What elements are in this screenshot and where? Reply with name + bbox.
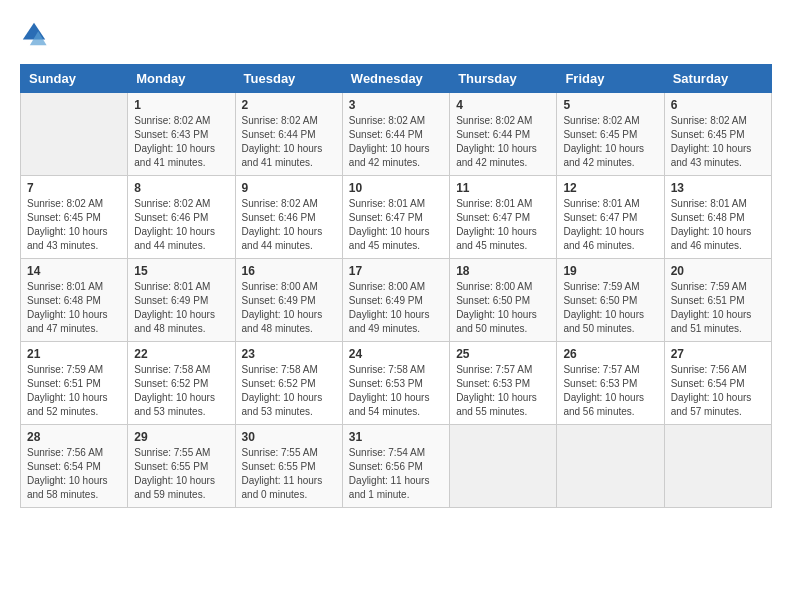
day-number: 2 — [242, 98, 336, 112]
day-number: 3 — [349, 98, 443, 112]
calendar-cell: 27Sunrise: 7:56 AM Sunset: 6:54 PM Dayli… — [664, 342, 771, 425]
header-friday: Friday — [557, 65, 664, 93]
day-number: 22 — [134, 347, 228, 361]
calendar-cell: 3Sunrise: 8:02 AM Sunset: 6:44 PM Daylig… — [342, 93, 449, 176]
calendar-cell: 28Sunrise: 7:56 AM Sunset: 6:54 PM Dayli… — [21, 425, 128, 508]
day-info: Sunrise: 7:58 AM Sunset: 6:52 PM Dayligh… — [134, 363, 228, 419]
day-info: Sunrise: 7:56 AM Sunset: 6:54 PM Dayligh… — [27, 446, 121, 502]
day-number: 14 — [27, 264, 121, 278]
day-number: 30 — [242, 430, 336, 444]
calendar-cell: 13Sunrise: 8:01 AM Sunset: 6:48 PM Dayli… — [664, 176, 771, 259]
header-wednesday: Wednesday — [342, 65, 449, 93]
day-number: 16 — [242, 264, 336, 278]
day-number: 7 — [27, 181, 121, 195]
header-saturday: Saturday — [664, 65, 771, 93]
calendar-cell — [21, 93, 128, 176]
day-number: 28 — [27, 430, 121, 444]
day-number: 12 — [563, 181, 657, 195]
day-info: Sunrise: 8:01 AM Sunset: 6:48 PM Dayligh… — [671, 197, 765, 253]
day-number: 27 — [671, 347, 765, 361]
day-info: Sunrise: 7:59 AM Sunset: 6:51 PM Dayligh… — [27, 363, 121, 419]
calendar-cell: 5Sunrise: 8:02 AM Sunset: 6:45 PM Daylig… — [557, 93, 664, 176]
day-info: Sunrise: 7:55 AM Sunset: 6:55 PM Dayligh… — [134, 446, 228, 502]
day-info: Sunrise: 8:00 AM Sunset: 6:49 PM Dayligh… — [242, 280, 336, 336]
calendar-cell: 8Sunrise: 8:02 AM Sunset: 6:46 PM Daylig… — [128, 176, 235, 259]
logo — [20, 20, 52, 48]
day-number: 9 — [242, 181, 336, 195]
day-info: Sunrise: 8:01 AM Sunset: 6:49 PM Dayligh… — [134, 280, 228, 336]
day-info: Sunrise: 8:01 AM Sunset: 6:47 PM Dayligh… — [349, 197, 443, 253]
calendar-week-row: 7Sunrise: 8:02 AM Sunset: 6:45 PM Daylig… — [21, 176, 772, 259]
day-number: 19 — [563, 264, 657, 278]
day-number: 25 — [456, 347, 550, 361]
day-info: Sunrise: 7:57 AM Sunset: 6:53 PM Dayligh… — [456, 363, 550, 419]
header-thursday: Thursday — [450, 65, 557, 93]
day-number: 1 — [134, 98, 228, 112]
calendar-cell — [664, 425, 771, 508]
day-number: 6 — [671, 98, 765, 112]
calendar-cell: 19Sunrise: 7:59 AM Sunset: 6:50 PM Dayli… — [557, 259, 664, 342]
day-info: Sunrise: 8:02 AM Sunset: 6:45 PM Dayligh… — [671, 114, 765, 170]
day-info: Sunrise: 8:02 AM Sunset: 6:45 PM Dayligh… — [563, 114, 657, 170]
calendar-cell: 22Sunrise: 7:58 AM Sunset: 6:52 PM Dayli… — [128, 342, 235, 425]
calendar-week-row: 21Sunrise: 7:59 AM Sunset: 6:51 PM Dayli… — [21, 342, 772, 425]
calendar-cell: 30Sunrise: 7:55 AM Sunset: 6:55 PM Dayli… — [235, 425, 342, 508]
day-info: Sunrise: 8:00 AM Sunset: 6:50 PM Dayligh… — [456, 280, 550, 336]
day-number: 26 — [563, 347, 657, 361]
day-number: 4 — [456, 98, 550, 112]
day-number: 21 — [27, 347, 121, 361]
calendar-week-row: 28Sunrise: 7:56 AM Sunset: 6:54 PM Dayli… — [21, 425, 772, 508]
calendar-cell: 6Sunrise: 8:02 AM Sunset: 6:45 PM Daylig… — [664, 93, 771, 176]
day-number: 18 — [456, 264, 550, 278]
day-info: Sunrise: 8:01 AM Sunset: 6:48 PM Dayligh… — [27, 280, 121, 336]
day-info: Sunrise: 7:55 AM Sunset: 6:55 PM Dayligh… — [242, 446, 336, 502]
day-info: Sunrise: 8:02 AM Sunset: 6:43 PM Dayligh… — [134, 114, 228, 170]
day-info: Sunrise: 8:02 AM Sunset: 6:45 PM Dayligh… — [27, 197, 121, 253]
calendar-cell: 11Sunrise: 8:01 AM Sunset: 6:47 PM Dayli… — [450, 176, 557, 259]
calendar-cell: 25Sunrise: 7:57 AM Sunset: 6:53 PM Dayli… — [450, 342, 557, 425]
calendar-cell: 26Sunrise: 7:57 AM Sunset: 6:53 PM Dayli… — [557, 342, 664, 425]
day-info: Sunrise: 7:56 AM Sunset: 6:54 PM Dayligh… — [671, 363, 765, 419]
day-info: Sunrise: 7:57 AM Sunset: 6:53 PM Dayligh… — [563, 363, 657, 419]
day-info: Sunrise: 7:58 AM Sunset: 6:52 PM Dayligh… — [242, 363, 336, 419]
calendar-cell: 14Sunrise: 8:01 AM Sunset: 6:48 PM Dayli… — [21, 259, 128, 342]
day-number: 31 — [349, 430, 443, 444]
day-number: 8 — [134, 181, 228, 195]
calendar-cell: 18Sunrise: 8:00 AM Sunset: 6:50 PM Dayli… — [450, 259, 557, 342]
calendar-week-row: 1Sunrise: 8:02 AM Sunset: 6:43 PM Daylig… — [21, 93, 772, 176]
calendar-cell: 23Sunrise: 7:58 AM Sunset: 6:52 PM Dayli… — [235, 342, 342, 425]
calendar-cell — [557, 425, 664, 508]
calendar-table: SundayMondayTuesdayWednesdayThursdayFrid… — [20, 64, 772, 508]
calendar-week-row: 14Sunrise: 8:01 AM Sunset: 6:48 PM Dayli… — [21, 259, 772, 342]
header-monday: Monday — [128, 65, 235, 93]
calendar-cell: 16Sunrise: 8:00 AM Sunset: 6:49 PM Dayli… — [235, 259, 342, 342]
calendar-cell: 10Sunrise: 8:01 AM Sunset: 6:47 PM Dayli… — [342, 176, 449, 259]
calendar-cell: 21Sunrise: 7:59 AM Sunset: 6:51 PM Dayli… — [21, 342, 128, 425]
header-sunday: Sunday — [21, 65, 128, 93]
day-info: Sunrise: 8:02 AM Sunset: 6:46 PM Dayligh… — [242, 197, 336, 253]
days-header-row: SundayMondayTuesdayWednesdayThursdayFrid… — [21, 65, 772, 93]
day-info: Sunrise: 7:58 AM Sunset: 6:53 PM Dayligh… — [349, 363, 443, 419]
day-number: 29 — [134, 430, 228, 444]
calendar-cell: 17Sunrise: 8:00 AM Sunset: 6:49 PM Dayli… — [342, 259, 449, 342]
day-info: Sunrise: 8:01 AM Sunset: 6:47 PM Dayligh… — [563, 197, 657, 253]
calendar-cell: 1Sunrise: 8:02 AM Sunset: 6:43 PM Daylig… — [128, 93, 235, 176]
day-info: Sunrise: 8:02 AM Sunset: 6:44 PM Dayligh… — [349, 114, 443, 170]
day-info: Sunrise: 8:00 AM Sunset: 6:49 PM Dayligh… — [349, 280, 443, 336]
day-number: 5 — [563, 98, 657, 112]
calendar-cell: 12Sunrise: 8:01 AM Sunset: 6:47 PM Dayli… — [557, 176, 664, 259]
day-info: Sunrise: 8:02 AM Sunset: 6:44 PM Dayligh… — [456, 114, 550, 170]
calendar-cell: 31Sunrise: 7:54 AM Sunset: 6:56 PM Dayli… — [342, 425, 449, 508]
calendar-cell: 29Sunrise: 7:55 AM Sunset: 6:55 PM Dayli… — [128, 425, 235, 508]
calendar-cell: 24Sunrise: 7:58 AM Sunset: 6:53 PM Dayli… — [342, 342, 449, 425]
day-info: Sunrise: 7:59 AM Sunset: 6:51 PM Dayligh… — [671, 280, 765, 336]
day-number: 17 — [349, 264, 443, 278]
svg-marker-0 — [23, 23, 45, 40]
day-number: 24 — [349, 347, 443, 361]
calendar-cell: 15Sunrise: 8:01 AM Sunset: 6:49 PM Dayli… — [128, 259, 235, 342]
day-number: 11 — [456, 181, 550, 195]
day-number: 23 — [242, 347, 336, 361]
calendar-cell — [450, 425, 557, 508]
calendar-cell: 4Sunrise: 8:02 AM Sunset: 6:44 PM Daylig… — [450, 93, 557, 176]
day-number: 10 — [349, 181, 443, 195]
